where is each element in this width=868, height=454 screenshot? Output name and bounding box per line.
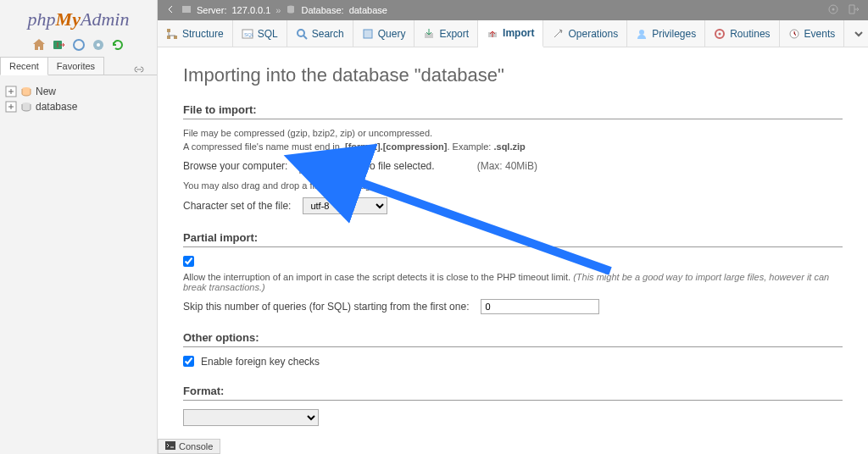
svg-rect-13 xyxy=(167,36,170,39)
tab-structure[interactable]: Structure xyxy=(158,20,233,47)
hint-drag: You may also drag and drop a file on any… xyxy=(183,180,843,191)
reload-icon[interactable] xyxy=(111,38,125,52)
fk-checkbox[interactable] xyxy=(183,356,194,367)
breadcrumb: Server: 127.0.0.1 » Database: database xyxy=(158,0,868,20)
svg-point-21 xyxy=(639,30,644,35)
routines-icon xyxy=(714,28,726,40)
browse-button[interactable]: Browse... xyxy=(299,158,353,174)
charset-label: Character set of the file: xyxy=(183,200,291,212)
db-icon xyxy=(20,101,32,113)
section-other: Other options: xyxy=(183,331,843,347)
bc-server[interactable]: 127.0.0.1 xyxy=(231,5,270,15)
tree-db[interactable]: database xyxy=(5,99,152,114)
structure-icon xyxy=(166,28,178,40)
server-icon xyxy=(181,4,192,16)
no-file-text: No file selected. xyxy=(362,160,434,172)
sidebar-icon-row xyxy=(0,35,157,57)
svg-point-1 xyxy=(74,40,84,50)
tab-sql[interactable]: SQLSQL xyxy=(233,20,287,47)
bc-db-label: Database: xyxy=(301,5,343,15)
format-select[interactable] xyxy=(183,409,319,426)
navbar: Structure SQLSQL Search Query Export Imp… xyxy=(158,20,868,47)
home-icon[interactable] xyxy=(32,38,46,52)
section-format: Format: xyxy=(183,385,843,401)
allow-interrupt-text: Allow the interruption of an import in c… xyxy=(183,272,843,292)
tab-search[interactable]: Search xyxy=(287,20,353,47)
skip-label: Skip this number of queries (for SQL) st… xyxy=(183,301,469,313)
svg-rect-14 xyxy=(174,36,177,39)
max-size: (Max: 40MiB) xyxy=(477,160,537,172)
settings-icon[interactable] xyxy=(92,38,105,52)
tree-new[interactable]: New xyxy=(5,84,152,99)
sidebar: phpMyAdmin Recent Favorites New database xyxy=(0,0,158,454)
db-tree: New database xyxy=(0,75,157,123)
logout-icon[interactable] xyxy=(52,38,65,52)
db-icon xyxy=(286,4,296,16)
svg-point-3 xyxy=(97,43,100,47)
new-db-icon xyxy=(20,86,32,97)
svg-rect-18 xyxy=(364,30,372,38)
tab-query[interactable]: Query xyxy=(353,20,415,47)
operations-icon xyxy=(552,28,564,40)
docs-icon[interactable] xyxy=(72,38,86,52)
content: Importing into the database "database" F… xyxy=(158,47,868,452)
tab-events[interactable]: Events xyxy=(780,20,845,47)
main: Server: 127.0.0.1 » Database: database S… xyxy=(158,0,868,454)
tab-routines[interactable]: Routines xyxy=(705,20,779,47)
tab-favorites[interactable]: Favorites xyxy=(47,57,104,75)
collapse-icon xyxy=(5,86,17,97)
expand-icon[interactable] xyxy=(5,101,17,113)
tab-privileges[interactable]: Privileges xyxy=(627,20,705,47)
hint-compress: File may be compressed (gzip, bzip2, zip… xyxy=(183,128,843,138)
svg-point-17 xyxy=(298,30,304,36)
bc-db[interactable]: database xyxy=(349,5,387,15)
link-icon[interactable] xyxy=(133,64,145,76)
page-title: Importing into the database "database" xyxy=(183,64,843,86)
events-icon xyxy=(788,28,800,40)
logo-my: My xyxy=(56,8,81,30)
tab-export[interactable]: Export xyxy=(415,20,478,47)
allow-interrupt-checkbox[interactable] xyxy=(183,256,194,267)
tree-new-label: New xyxy=(36,86,56,97)
bc-sep: » xyxy=(275,5,281,15)
skip-input[interactable] xyxy=(481,299,599,314)
svg-rect-25 xyxy=(165,441,175,450)
nav-left-icon[interactable] xyxy=(166,4,176,16)
fk-label: Enable foreign key checks xyxy=(201,356,320,368)
exit-icon[interactable] xyxy=(848,3,860,17)
browse-label: Browse your computer: xyxy=(183,160,287,172)
privileges-icon xyxy=(636,28,648,40)
console-toggle[interactable]: Console xyxy=(158,439,220,454)
svg-rect-12 xyxy=(167,29,170,32)
hint-name: A compressed file's name must end in .[f… xyxy=(183,141,843,152)
logo-php: php xyxy=(28,8,56,30)
import-icon xyxy=(487,27,498,39)
tab-import[interactable]: Import xyxy=(478,20,543,47)
more-icon xyxy=(853,28,865,40)
console-label: Console xyxy=(179,441,213,451)
tab-operations[interactable]: Operations xyxy=(543,20,627,47)
tree-db-label: database xyxy=(36,101,77,113)
section-partial: Partial import: xyxy=(183,231,843,247)
sql-icon: SQL xyxy=(242,28,253,40)
search-icon xyxy=(296,28,308,40)
export-icon xyxy=(423,28,435,40)
bc-server-label: Server: xyxy=(197,5,226,15)
charset-select[interactable]: utf-8 xyxy=(303,197,387,214)
svg-text:SQL: SQL xyxy=(244,32,253,37)
tab-recent[interactable]: Recent xyxy=(0,57,48,75)
logo-admin: Admin xyxy=(81,8,129,30)
svg-point-23 xyxy=(719,32,721,35)
svg-rect-8 xyxy=(182,6,191,13)
section-file: File to import: xyxy=(183,103,843,119)
gear-icon[interactable] xyxy=(827,3,839,17)
logo[interactable]: phpMyAdmin xyxy=(0,0,157,35)
svg-point-11 xyxy=(832,8,835,11)
tab-more[interactable]: More xyxy=(844,20,868,47)
console-icon xyxy=(165,441,175,451)
query-icon xyxy=(362,28,374,40)
